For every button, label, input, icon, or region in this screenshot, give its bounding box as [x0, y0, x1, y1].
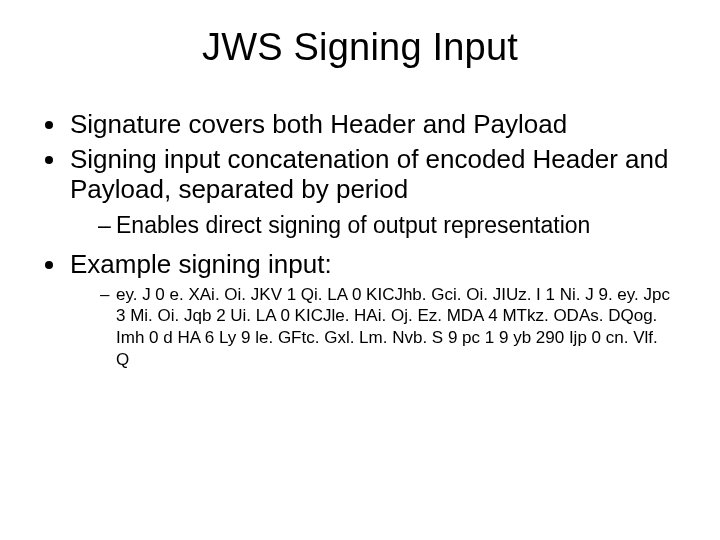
bullet-example: Example signing input: ey. J 0 e. XAi. O… [68, 249, 672, 371]
bullet-signing-input-text: Signing input concatenation of encoded H… [70, 144, 668, 205]
bullet-list: Signature covers both Header and Payload… [48, 109, 672, 371]
sub-list-signing: Enables direct signing of output represe… [70, 211, 672, 239]
slide-title: JWS Signing Input [48, 26, 672, 69]
bullet-signature-covers: Signature covers both Header and Payload [68, 109, 672, 140]
slide: JWS Signing Input Signature covers both … [0, 0, 720, 540]
example-signing-input-value: ey. J 0 e. XAi. Oi. JKV 1 Qi. LA 0 KICJh… [100, 284, 672, 371]
bullet-signing-input: Signing input concatenation of encoded H… [68, 144, 672, 239]
sub-bullet-enables: Enables direct signing of output represe… [98, 211, 672, 239]
sub-list-example: ey. J 0 e. XAi. Oi. JKV 1 Qi. LA 0 KICJh… [70, 284, 672, 371]
bullet-example-text: Example signing input: [70, 249, 332, 279]
